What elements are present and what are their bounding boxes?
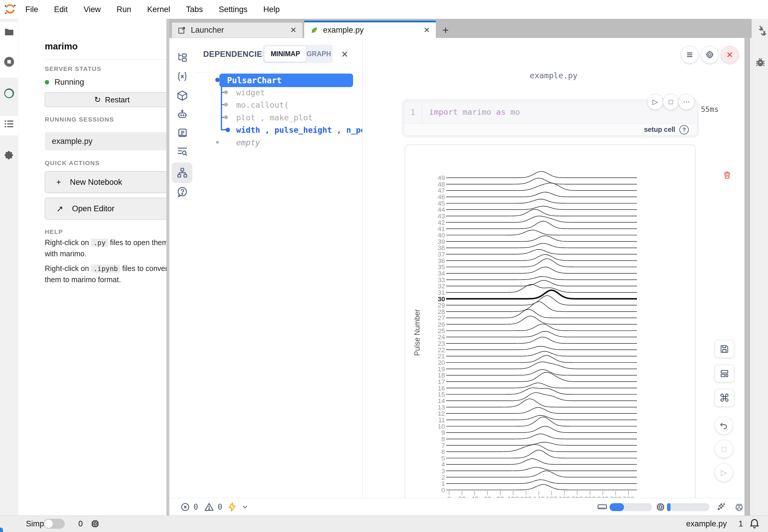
stop-circle-icon[interactable] (0, 56, 18, 68)
open-editor-button[interactable]: ↗ Open Editor (45, 198, 179, 220)
notebook-close-button[interactable]: ✕ (721, 46, 739, 64)
pulse-curve (446, 383, 637, 388)
pulse-curve (446, 172, 637, 178)
dependencies-title: DEPENDENCIES (203, 50, 268, 59)
pulse-curve (446, 337, 637, 343)
ai-assist-button[interactable] (716, 498, 727, 516)
tree-item[interactable]: widget (236, 88, 362, 97)
close-tab-icon[interactable]: ✕ (290, 26, 297, 35)
menu-bar: FileEditViewRunKernelTabsSettingsHelp (0, 0, 768, 19)
pulse-curve (446, 331, 637, 337)
ram-progress-bar (610, 503, 652, 511)
bug-icon[interactable] (754, 56, 766, 68)
run-mode-button[interactable] (227, 498, 249, 516)
marimo-circle-icon[interactable] (0, 87, 18, 99)
error-counter[interactable]: 0 (180, 498, 198, 516)
arrow-up-right-icon: ↗ (56, 204, 63, 214)
menu-run[interactable]: Run (117, 5, 131, 14)
scrollbar[interactable] (744, 38, 750, 516)
help-icon[interactable] (174, 184, 190, 200)
dependency-graph-icon[interactable] (174, 165, 190, 180)
server-status-value: Running (54, 78, 84, 87)
save-button[interactable] (715, 340, 734, 358)
delete-cell-icon[interactable] (722, 170, 732, 180)
cell-code[interactable]: import marimo as mo (429, 107, 520, 117)
minimap-mode-button[interactable]: MINIMAP (265, 46, 306, 62)
folder-icon[interactable] (0, 26, 18, 38)
table-of-contents-icon[interactable] (0, 118, 18, 129)
hamburger-icon (685, 50, 694, 59)
pulse-curve (446, 243, 637, 248)
session-item[interactable]: example.py ✕ (45, 132, 179, 150)
menu-items: FileEditViewRunKernelTabsSettingsHelp (25, 5, 296, 14)
runtime-status-button[interactable] (734, 498, 745, 516)
new-notebook-button[interactable]: + New Notebook (45, 171, 179, 193)
right-activity-bar (752, 19, 768, 516)
pulse-curve (446, 302, 637, 312)
code-token: as (496, 107, 506, 117)
close-panel-icon[interactable]: ✕ (341, 49, 348, 59)
pulse-curve (446, 467, 637, 471)
pulse-curve (446, 485, 637, 490)
menu-tabs[interactable]: Tabs (186, 5, 203, 14)
package-icon[interactable] (174, 88, 190, 103)
pulse-curve (446, 471, 637, 477)
restart-button[interactable]: ↻ Restart (45, 92, 179, 107)
stop-all-button[interactable]: □ (715, 440, 733, 458)
status-file-label: example.py (686, 519, 727, 528)
stop-cell-button[interactable]: □ (663, 94, 679, 110)
pulse-curve (446, 442, 637, 445)
script-icon[interactable] (174, 125, 190, 141)
menu-view[interactable]: View (84, 5, 101, 14)
running-sessions-heading: RUNNING SESSIONS (45, 116, 114, 123)
graph-mode-button[interactable]: GRAPH (306, 46, 331, 62)
close-tab-icon[interactable]: ✕ (423, 26, 430, 35)
sidebar-title: marimo (45, 41, 78, 52)
run-cell-button[interactable]: ▷ (647, 94, 663, 110)
layout-icon (719, 368, 729, 378)
cpu-usage (655, 498, 666, 516)
menu-settings[interactable]: Settings (219, 5, 248, 14)
notebook-file-title: example.py (363, 71, 744, 80)
panel-splitter[interactable] (166, 19, 169, 516)
pulse-curve (446, 415, 637, 420)
layout-button[interactable] (715, 365, 734, 382)
divider (45, 59, 179, 60)
more-options-button[interactable]: ⋯ (679, 94, 694, 110)
pulse-curve (446, 316, 637, 324)
robot-icon[interactable] (174, 107, 190, 122)
bell-icon[interactable] (749, 518, 760, 529)
variables-icon[interactable] (174, 69, 190, 84)
kernel-chip-icon[interactable] (90, 519, 100, 529)
menu-file[interactable]: File (25, 5, 38, 14)
menu-kernel[interactable]: Kernel (147, 5, 170, 14)
tree-item-active[interactable]: width , pulse_height , n_poi (236, 125, 362, 134)
pulse-curve (446, 393, 637, 401)
menu-edit[interactable]: Edit (54, 5, 68, 14)
puzzle-icon[interactable] (0, 151, 18, 162)
menu-help[interactable]: Help (263, 5, 280, 14)
simple-mode-toggle[interactable] (44, 519, 65, 529)
run-all-button[interactable]: ▷ (715, 463, 733, 482)
gears-icon[interactable] (754, 24, 767, 36)
memory-icon (597, 502, 608, 512)
restart-icon: ↻ (94, 95, 101, 104)
tree-item[interactable]: mo.callout( (236, 100, 362, 109)
tree-item[interactable]: plot , make_plot (236, 113, 362, 122)
setup-help-icon[interactable]: ? (679, 125, 689, 134)
search-list-icon[interactable] (174, 144, 190, 159)
tab-launcher[interactable]: Launcher ✕ (172, 22, 303, 38)
undo-button[interactable] (715, 416, 733, 435)
notebook-settings-button[interactable] (701, 46, 719, 64)
command-palette-button[interactable]: ⌘ (715, 389, 734, 407)
pulse-curve (446, 284, 637, 292)
new-tab-button[interactable]: + (438, 22, 453, 38)
notification-corner (0, 528, 3, 532)
tree-item-empty[interactable]: empty (236, 138, 362, 147)
tree-item-selected[interactable]: PulsarChart (220, 74, 353, 87)
notebook-menu-button[interactable] (681, 46, 699, 64)
error-count: 0 (194, 503, 198, 511)
warning-counter[interactable]: 0 (204, 498, 222, 516)
tab-example-py[interactable]: example.py ✕ (304, 21, 436, 38)
file-tree-icon[interactable] (174, 50, 190, 65)
